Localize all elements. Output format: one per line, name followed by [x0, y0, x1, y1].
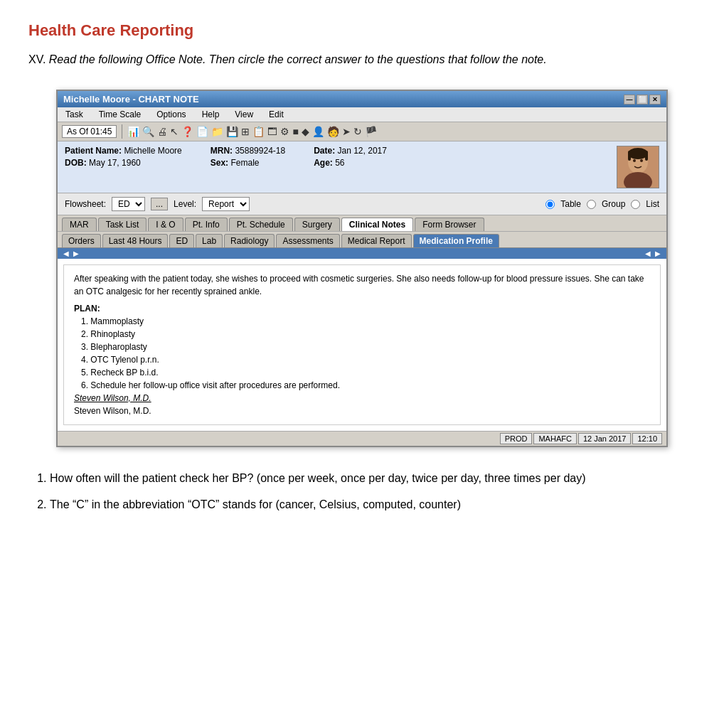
flowsheet-label: Flowsheet:	[65, 199, 106, 209]
questions-section: How often will the patient check her BP?…	[28, 469, 696, 514]
tab-medication-profile[interactable]: Medication Profile	[413, 234, 499, 247]
plan-item-2: 2. Rhinoplasty	[81, 328, 650, 341]
close-button[interactable]: ✕	[649, 95, 661, 105]
window-controls: — ⬜ ✕	[624, 95, 661, 105]
tab-i-and-o[interactable]: I & O	[148, 218, 183, 231]
plan-label: PLAN:	[74, 302, 650, 315]
flowsheet-dots-button[interactable]: ...	[151, 198, 168, 210]
grid-icon[interactable]: ⊞	[241, 126, 250, 137]
refresh-icon[interactable]: ↻	[353, 126, 362, 137]
mrn-label: MRN:	[211, 146, 233, 156]
question-2: The “C” in the abbreviation “OTC” stands…	[50, 495, 696, 514]
nav-right-right-arrow[interactable]: ▶	[654, 250, 662, 257]
asof-label: As Of 01:45	[67, 127, 112, 136]
signature-italic: Steven Wilson, M.D.	[74, 392, 650, 405]
tab-mar[interactable]: MAR	[62, 218, 97, 231]
nav-left-arrow[interactable]: ◀	[62, 250, 70, 257]
tab-last-48[interactable]: Last 48 Hours	[102, 234, 169, 247]
patient-name-col: Patient Name: Michelle Moore DOB: May 17…	[65, 146, 182, 188]
menu-timescale[interactable]: Time Scale	[97, 109, 144, 120]
plan-item-5: 5. Recheck BP b.i.d.	[81, 366, 650, 379]
maximize-button[interactable]: ⬜	[637, 95, 648, 105]
nav-right-arrows: ◀ ▶	[644, 250, 662, 257]
flowsheet-bar: Flowsheet: ED ... Level: Report Table Gr…	[58, 193, 666, 215]
status-prod: PROD	[500, 433, 533, 444]
diamond-icon[interactable]: ◆	[302, 126, 309, 137]
nav-right-left-arrow[interactable]: ◀	[644, 250, 652, 257]
menu-view[interactable]: View	[233, 109, 255, 120]
mrn-value: 35889924-18	[235, 146, 285, 156]
menu-task[interactable]: Task	[63, 109, 85, 120]
radio-table[interactable]	[545, 200, 555, 209]
status-bar: PROD MAHAFC 12 Jan 2017 12:10	[58, 431, 666, 446]
person2-icon[interactable]: 🧑	[327, 126, 339, 137]
bar-chart-icon[interactable]: 📊	[127, 126, 139, 137]
tab-form-browser[interactable]: Form Browser	[415, 218, 484, 231]
patient-mrn-col: MRN: 35889924-18 Sex: Female	[211, 146, 285, 188]
arrow-icon[interactable]: ➤	[342, 126, 351, 137]
help-icon[interactable]: ❓	[181, 126, 193, 137]
square-icon[interactable]: ■	[292, 126, 298, 137]
radio-table-label[interactable]: Table	[560, 199, 581, 209]
svg-point-5	[628, 148, 648, 159]
level-select[interactable]: Report	[202, 197, 250, 211]
search-icon[interactable]: 🔍	[142, 126, 154, 137]
age-row: Age: 56	[314, 158, 387, 168]
menu-options[interactable]: Options	[154, 109, 188, 120]
radio-list[interactable]	[631, 200, 640, 209]
tab-orders[interactable]: Orders	[62, 234, 101, 247]
menu-edit[interactable]: Edit	[267, 109, 286, 120]
nav-right-arrow[interactable]: ▶	[72, 250, 80, 257]
tab-clinical-notes[interactable]: Clinical Notes	[341, 218, 413, 231]
patient-info-bar: Patient Name: Michelle Moore DOB: May 17…	[58, 141, 666, 193]
tab-lab[interactable]: Lab	[196, 234, 223, 247]
plan-item-4: 4. OTC Tylenol p.r.n.	[81, 353, 650, 366]
status-date: 12 Jan 2017	[578, 433, 632, 444]
emr-window: Michelle Moore - CHART NOTE — ⬜ ✕ Task T…	[56, 90, 668, 447]
svg-point-3	[633, 159, 636, 162]
tab-radiology[interactable]: Radiology	[224, 234, 275, 247]
tabs-row-2: Orders Last 48 Hours ED Lab Radiology As…	[58, 232, 666, 248]
window-icon[interactable]: 🗔	[267, 126, 277, 137]
radio-list-label[interactable]: List	[646, 199, 659, 209]
nav-left-arrows: ◀ ▶	[62, 250, 80, 257]
tab-assessments[interactable]: Assessments	[276, 234, 339, 247]
sex-value: Female	[230, 158, 259, 168]
radio-group[interactable]	[587, 200, 596, 209]
dob-value: May 17, 1960	[89, 158, 141, 168]
mrn-row: MRN: 35889924-18	[211, 146, 285, 156]
flowsheet-select[interactable]: ED	[112, 197, 145, 211]
tabs-row-1: MAR Task List I & O Pt. Info Pt. Schedul…	[58, 215, 666, 232]
table-icon[interactable]: 📋	[252, 126, 265, 137]
patient-avatar-svg	[617, 146, 659, 188]
menu-help[interactable]: Help	[200, 109, 222, 120]
flag-icon[interactable]: 🏴	[365, 126, 377, 137]
question-1: How often will the patient check her BP?…	[50, 469, 696, 488]
tab-pt-info[interactable]: Pt. Info	[185, 218, 228, 231]
tab-medical-report[interactable]: Medical Report	[341, 234, 412, 247]
age-label: Age:	[314, 158, 333, 168]
person-icon[interactable]: 👤	[312, 126, 324, 137]
settings-icon[interactable]: ⚙	[280, 126, 289, 137]
tab-pt-schedule[interactable]: Pt. Schedule	[229, 218, 293, 231]
cursor-icon[interactable]: ↖	[170, 126, 179, 137]
view-radio-group: Table Group List	[545, 199, 659, 209]
note-area: After speaking with the patient today, s…	[63, 264, 661, 425]
sex-row: Sex: Female	[211, 158, 285, 168]
minimize-button[interactable]: —	[624, 95, 635, 105]
save-icon[interactable]: 💾	[226, 126, 238, 137]
folder-icon[interactable]: 📁	[211, 126, 223, 137]
questions-list: How often will the patient check her BP?…	[28, 469, 696, 514]
date-value: Jan 12, 2017	[338, 146, 387, 156]
patient-name-row: Patient Name: Michelle Moore	[65, 146, 182, 156]
level-label: Level:	[174, 199, 196, 209]
print-icon[interactable]: 🖨	[157, 126, 167, 137]
plan-item-3: 3. Blepharoplasty	[81, 341, 650, 353]
dob-label: DOB:	[65, 158, 87, 168]
document-icon[interactable]: 📄	[196, 126, 208, 137]
tab-ed[interactable]: ED	[169, 234, 194, 247]
tab-surgery[interactable]: Surgery	[294, 218, 340, 231]
radio-group-label[interactable]: Group	[602, 199, 625, 209]
tab-task-list[interactable]: Task List	[98, 218, 147, 231]
asof-display: As Of 01:45	[62, 125, 117, 138]
